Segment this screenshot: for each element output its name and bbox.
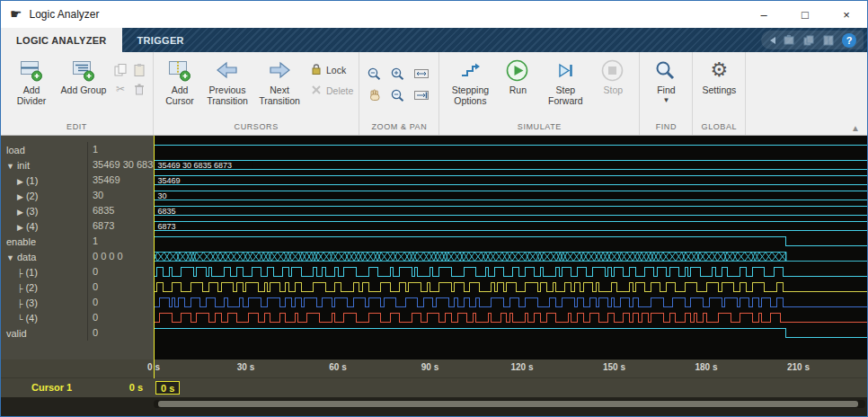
zoom-in-time-icon[interactable] <box>365 64 386 84</box>
delete-cursor-button[interactable]: Delete <box>310 84 353 98</box>
scrollbar-thumb[interactable] <box>158 401 858 407</box>
stepping-options-button[interactable]: Stepping Options <box>445 56 495 108</box>
time-tick-label: 120 s <box>510 362 533 372</box>
section-label-edit: EDIT <box>1 120 153 135</box>
minimize-button[interactable]: – <box>743 1 784 28</box>
expand-icon[interactable]: ▶ <box>17 177 23 186</box>
add-cursor-label: Add Cursor <box>160 84 199 106</box>
section-find: Find ▼ FIND <box>640 52 693 135</box>
tab-logic-analyzer[interactable]: LOGIC ANALYZER <box>1 28 122 52</box>
window-controls: – □ × <box>743 1 867 28</box>
find-icon <box>654 58 678 83</box>
snapshot-icon[interactable] <box>783 34 795 47</box>
signal-row[interactable]: └(4)0 <box>1 310 154 325</box>
add-divider-button[interactable]: Add Divider <box>6 56 57 108</box>
signal-value: 6873 <box>87 218 154 234</box>
add-cursor-button[interactable]: Add Cursor <box>159 56 200 108</box>
section-simulate: Stepping Options Run Step Forward <box>439 52 640 135</box>
signal-list: load1▼init35469 30 6835 6873▶(1)35469▶(2… <box>1 142 154 341</box>
signal-row[interactable]: ├(1)0 <box>1 264 154 279</box>
signal-name: └(4) <box>1 313 87 324</box>
tab-trigger[interactable]: TRIGGER <box>122 28 199 52</box>
svg-text:35469 30 6835 6873: 35469 30 6835 6873 <box>158 161 233 170</box>
section-global: ⚙ Settings GLOBAL <box>693 52 746 135</box>
expand-icon[interactable]: ▶ <box>17 208 23 217</box>
signal-row[interactable]: ▶(4)6873 <box>1 218 154 234</box>
section-label-simulate: SIMULATE <box>439 120 639 135</box>
collapse-icon[interactable]: ▼ <box>6 253 14 262</box>
previous-transition-button[interactable]: Previous Transition <box>202 56 252 108</box>
signal-row[interactable]: valid0 <box>1 325 154 341</box>
toolstrip: Add Divider Add Group ✂ EDIT <box>1 52 867 136</box>
chevron-down-icon: ▼ <box>662 96 669 104</box>
arrow-right-icon <box>267 58 292 83</box>
signal-row[interactable]: load1 <box>1 142 154 157</box>
window-title: Logic Analyzer <box>29 8 99 21</box>
expand-icon[interactable]: ▶ <box>17 192 23 201</box>
expand-icon[interactable]: ▶ <box>17 223 23 232</box>
signal-row[interactable]: ├(3)0 <box>1 295 154 310</box>
pan-icon[interactable] <box>365 85 386 105</box>
stepping-options-label: Stepping Options <box>446 84 494 106</box>
svg-text:35469: 35469 <box>158 176 181 185</box>
cursor-time-box[interactable]: 0 s <box>155 381 180 395</box>
help-icon[interactable]: ? <box>842 33 856 48</box>
signal-row[interactable]: enable1 <box>1 234 154 249</box>
waveform-canvas[interactable]: 35469 30 6835 6873354693068356873 <box>154 142 867 359</box>
signal-row[interactable]: ▶(2)30 <box>1 188 154 203</box>
trash-icon[interactable] <box>131 81 147 97</box>
time-tick-label: 90 s <box>421 362 438 372</box>
section-zoom-pan: ZOOM & PAN <box>359 52 439 135</box>
signal-row[interactable]: ▶(3)6835 <box>1 203 154 218</box>
add-cursor-icon <box>168 58 191 83</box>
time-tick-label: 60 s <box>329 362 346 372</box>
signal-name: ▼init <box>1 160 87 171</box>
signal-name: ▶(4) <box>1 221 87 232</box>
signal-name-text: (2) <box>25 282 37 293</box>
section-label-cursors: CURSORS <box>154 120 359 135</box>
signal-name: ├(1) <box>1 267 87 278</box>
zoom-between-cursors-icon[interactable] <box>412 85 433 105</box>
collapse-toolstrip-icon[interactable]: ▲ <box>851 123 860 133</box>
close-button[interactable]: × <box>826 1 867 28</box>
signal-name: load <box>1 145 87 155</box>
signal-row[interactable]: ▶(1)35469 <box>1 173 154 188</box>
find-button[interactable]: Find ▼ <box>645 56 686 106</box>
waveform-plot[interactable]: 35469 30 6835 6873354693068356873 <box>154 136 867 359</box>
signal-row[interactable]: ▼data0 0 0 0 <box>1 249 154 264</box>
settings-label: Settings <box>702 84 736 95</box>
cut-icon[interactable]: ✂ <box>112 81 128 97</box>
zoom-out-icon[interactable] <box>388 85 410 105</box>
cursor-time-value: 0 s <box>84 382 143 393</box>
next-transition-label: Next Transition <box>255 84 304 106</box>
signal-row[interactable]: ▼init35469 30 6835 6873 <box>1 157 154 173</box>
signal-name-text: (2) <box>26 191 38 201</box>
svg-text:30: 30 <box>158 191 167 200</box>
zoom-in-icon[interactable] <box>388 64 410 84</box>
step-forward-button[interactable]: Step Forward <box>540 56 590 108</box>
signal-name: ▶(3) <box>1 206 87 217</box>
delete-icon <box>310 84 323 98</box>
paste-icon[interactable] <box>131 62 147 78</box>
copy-view-icon[interactable] <box>802 34 815 47</box>
next-transition-button[interactable]: Next Transition <box>254 56 305 108</box>
maximize-button[interactable]: □ <box>784 1 826 28</box>
stop-button[interactable]: Stop <box>592 56 633 97</box>
lock-button[interactable]: Lock <box>310 63 353 77</box>
run-button[interactable]: Run <box>497 56 538 97</box>
gear-icon: ⚙ <box>710 58 728 83</box>
horizontal-scrollbar[interactable] <box>154 400 865 408</box>
signal-row[interactable]: ├(2)0 <box>1 279 154 295</box>
tree-branch-glyph: ├ <box>17 269 22 278</box>
chevron-left-icon[interactable] <box>770 37 775 44</box>
signal-name: ├(3) <box>1 297 87 308</box>
add-group-button[interactable]: Add Group <box>58 56 109 97</box>
lock-label: Lock <box>326 65 346 75</box>
collapse-icon[interactable]: ▼ <box>6 162 14 171</box>
cursor-line[interactable] <box>154 136 155 378</box>
settings-button[interactable]: ⚙ Settings <box>698 56 740 97</box>
signal-name: valid <box>1 328 87 339</box>
layout-icon[interactable] <box>822 34 835 47</box>
copy-icon[interactable] <box>112 62 128 78</box>
fit-to-view-icon[interactable] <box>412 64 433 84</box>
